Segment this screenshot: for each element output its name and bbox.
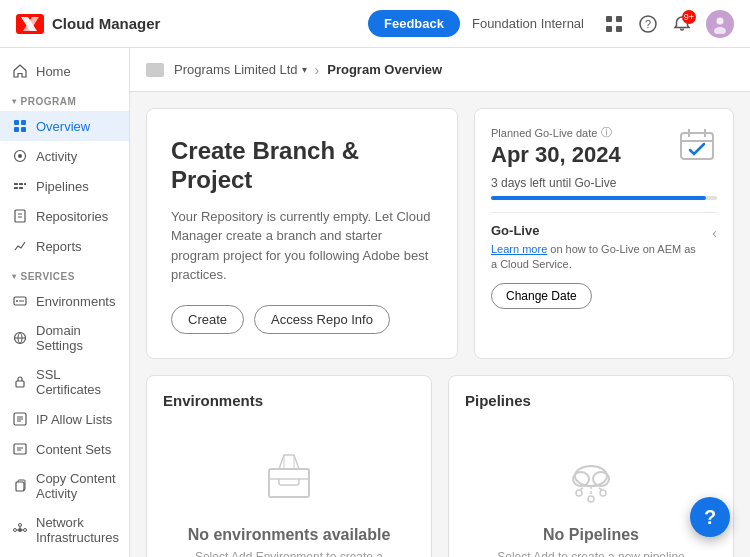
- reports-label: Reports: [36, 239, 82, 254]
- svg-rect-33: [14, 444, 26, 454]
- sidebar-item-domain-settings[interactable]: Domain Settings: [0, 316, 129, 360]
- pipelines-empty-title: No Pipelines: [543, 526, 639, 544]
- environments-card: Environments No env: [146, 375, 432, 557]
- help-icon[interactable]: ?: [638, 14, 658, 34]
- svg-text:?: ?: [645, 18, 651, 30]
- reports-icon: [12, 238, 28, 254]
- svg-rect-0: [606, 16, 612, 22]
- svg-rect-9: [14, 120, 19, 125]
- help-fab[interactable]: ?: [690, 497, 730, 537]
- access-repo-button[interactable]: Access Repo Info: [254, 305, 390, 334]
- grid-icon[interactable]: [604, 14, 624, 34]
- calendar-check-icon: [677, 125, 717, 168]
- svg-point-39: [24, 529, 27, 532]
- golive-planned-text: Planned Go-Live date: [491, 127, 597, 139]
- ssl-icon: [12, 374, 28, 390]
- activity-icon: [12, 148, 28, 164]
- svg-point-24: [16, 300, 18, 302]
- environments-icon: [12, 293, 28, 309]
- breadcrumb-program[interactable]: Programs Limited Ltd ▾: [174, 62, 307, 77]
- sidebar-item-ssl[interactable]: SSL Certificates: [0, 360, 129, 404]
- home-icon: [12, 63, 28, 79]
- sidebar-item-content-sets[interactable]: Content Sets: [0, 434, 129, 464]
- breadcrumb-bar: Programs Limited Ltd ▾ › Program Overvie…: [130, 48, 750, 92]
- sidebar-item-pipelines[interactable]: Pipelines: [0, 171, 129, 201]
- sidebar: Home ▾ PROGRAM Overview Activity Pipelin…: [0, 48, 130, 557]
- change-date-button[interactable]: Change Date: [491, 283, 592, 309]
- svg-point-38: [14, 529, 17, 532]
- ssl-label: SSL Certificates: [36, 367, 117, 397]
- program-logo-icon: [146, 63, 164, 77]
- golive-section-desc: Learn more on how to Go-Live on AEM as a…: [491, 242, 704, 273]
- create-card-description: Your Repository is currently empty. Let …: [171, 207, 433, 285]
- pipelines-label: Pipelines: [36, 179, 89, 194]
- program-label: PROGRAM: [21, 96, 77, 107]
- sidebar-item-repositories[interactable]: Repositories: [0, 201, 129, 231]
- content-icon: [12, 441, 28, 457]
- sidebar-item-overview[interactable]: Overview: [0, 111, 129, 141]
- create-card-title: Create Branch & Project: [171, 137, 433, 195]
- svg-point-7: [717, 17, 724, 24]
- environments-label: Environments: [36, 294, 115, 309]
- svg-point-14: [18, 154, 22, 158]
- svg-rect-17: [24, 183, 26, 185]
- svg-rect-20: [15, 210, 25, 222]
- golive-section: Go-Live Learn more on how to Go-Live on …: [491, 212, 717, 309]
- org-name: Foundation Internal: [472, 16, 584, 31]
- sidebar-item-reports[interactable]: Reports: [0, 231, 129, 261]
- svg-point-37: [18, 528, 22, 532]
- fab-icon: ?: [704, 506, 716, 529]
- breadcrumb-arrow-icon: ▾: [302, 64, 307, 75]
- chevron-down-icon-services: ▾: [12, 272, 17, 281]
- notifications-icon[interactable]: 9+: [672, 14, 692, 34]
- svg-rect-2: [606, 26, 612, 32]
- pipelines-empty-state: No Pipelines Select Add to create a new …: [465, 421, 717, 557]
- pipelines-empty-desc: Select Add to create a new pipeline: [497, 550, 684, 557]
- svg-rect-19: [19, 187, 23, 189]
- adobe-icon: [16, 14, 44, 34]
- copy-icon: [12, 478, 28, 494]
- services-section-label: ▾ SERVICES: [0, 261, 129, 286]
- app-logo[interactable]: Cloud Manager: [16, 14, 160, 34]
- sidebar-item-home[interactable]: Home: [0, 56, 129, 86]
- feedback-button[interactable]: Feedback: [368, 10, 460, 37]
- header-icons: ? 9+: [604, 10, 734, 38]
- sidebar-item-environments[interactable]: Environments: [0, 286, 129, 316]
- user-avatar[interactable]: [706, 10, 734, 38]
- svg-rect-11: [14, 127, 19, 132]
- bottom-cards-row: Environments No env: [146, 375, 734, 557]
- create-button[interactable]: Create: [171, 305, 244, 334]
- chevron-down-icon: ▾: [12, 97, 17, 106]
- learn-more-link[interactable]: Learn more: [491, 243, 547, 255]
- svg-rect-12: [21, 127, 26, 132]
- info-icon: ⓘ: [601, 125, 612, 140]
- golive-chevron-icon[interactable]: ‹: [712, 225, 717, 241]
- pipelines-title: Pipelines: [465, 392, 717, 409]
- svg-point-56: [600, 490, 606, 496]
- breadcrumb-program-name: Programs Limited Ltd: [174, 62, 298, 77]
- svg-point-55: [588, 496, 594, 502]
- environments-empty-desc: Select Add Environment to create a new e…: [183, 550, 395, 557]
- golive-progress-fill: [491, 196, 706, 200]
- app-title: Cloud Manager: [52, 15, 160, 32]
- environments-title: Environments: [163, 392, 415, 409]
- domain-icon: [12, 330, 28, 346]
- sidebar-item-copy-content[interactable]: Copy Content Activity: [0, 464, 129, 508]
- repositories-icon: [12, 208, 28, 224]
- svg-rect-16: [19, 183, 23, 185]
- golive-section-left: Go-Live Learn more on how to Go-Live on …: [491, 223, 704, 309]
- sidebar-item-network[interactable]: Network Infrastructures: [0, 508, 129, 552]
- program-section-label: ▾ PROGRAM: [0, 86, 129, 111]
- sidebar-item-activity[interactable]: Activity: [0, 141, 129, 171]
- pipelines-card: Pipelines: [448, 375, 734, 557]
- sidebar-item-ip[interactable]: IP Allow Lists: [0, 404, 129, 434]
- overview-label: Overview: [36, 119, 90, 134]
- svg-rect-10: [21, 120, 26, 125]
- activity-label: Activity: [36, 149, 77, 164]
- home-label: Home: [36, 64, 71, 79]
- services-label: SERVICES: [21, 271, 75, 282]
- svg-rect-44: [681, 133, 713, 159]
- create-card-buttons: Create Access Repo Info: [171, 305, 433, 334]
- golive-section-title: Go-Live: [491, 223, 704, 238]
- svg-rect-48: [269, 469, 309, 497]
